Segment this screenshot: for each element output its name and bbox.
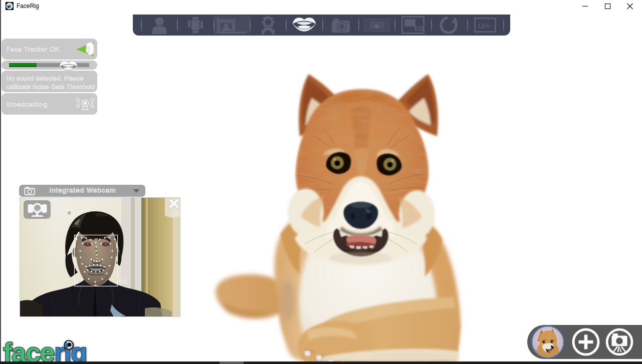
svg-text:facerig: facerig [3,337,87,364]
svg-text:Ui+: Ui+ [478,22,491,30]
svg-text:id:0: id:0 [118,278,127,284]
svg-text:ED: ED [414,26,423,33]
